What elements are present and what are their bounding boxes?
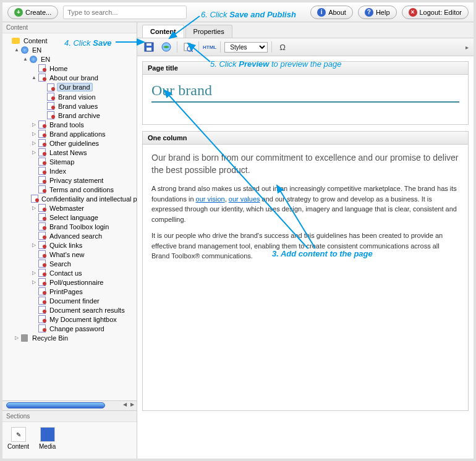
tree-node[interactable]: Document search results [2, 305, 137, 315]
tree-node[interactable]: ▲About our brand [2, 73, 137, 82]
sections-header: Sections [2, 411, 137, 422]
tree-toggle-icon[interactable]: ▷ [14, 335, 20, 340]
help-button[interactable]: ?Help [358, 6, 397, 19]
scrollbar-thumb[interactable] [6, 402, 105, 408]
horizontal-scrollbar[interactable]: ◀ ▶ [2, 400, 137, 410]
tree-node[interactable]: ▷Poll/questionnaire [2, 277, 137, 287]
tree-node[interactable]: What's new [2, 250, 137, 259]
tree-label: EN [40, 56, 51, 63]
tree-label: Brand values [57, 103, 99, 110]
content-section-icon: ✎ [11, 427, 26, 442]
plus-icon: + [14, 8, 23, 17]
html-button[interactable]: HTML [203, 41, 216, 53]
tree-node[interactable]: Index [2, 166, 137, 176]
tree-node[interactable]: Search [2, 259, 137, 268]
tree-node[interactable]: Advanced search [2, 231, 137, 240]
tree-node[interactable]: Home [2, 64, 137, 73]
tree-node[interactable]: ▷Brand applications [2, 129, 137, 138]
search-input[interactable] [63, 6, 187, 19]
page-icon [46, 83, 55, 91]
section-media[interactable]: Media [39, 427, 56, 450]
section-content[interactable]: ✎ Content [7, 427, 29, 450]
content-tree[interactable]: Content▲EN▲ENHome▲About our brandOur bra… [2, 33, 137, 400]
tree-label: Webmaster [48, 205, 85, 212]
tree-node[interactable]: My Document lightbox [2, 315, 137, 324]
top-toolbar: +Create... iAbout ?Help ×Logout: Editor [2, 2, 474, 22]
tree-node[interactable]: ▷Recycle Bin [2, 333, 137, 342]
tree-label: Privacy statement [48, 177, 104, 184]
tree-toggle-icon[interactable]: ▷ [31, 131, 37, 137]
tree-toggle-icon[interactable]: ▷ [31, 122, 37, 127]
tree-node[interactable]: Document finder [2, 296, 137, 305]
page-icon [37, 139, 46, 147]
tree-node[interactable]: Brand vision [2, 92, 137, 101]
tree-label: Sitemap [48, 158, 75, 166]
tree-node[interactable]: PrintPages [2, 287, 137, 296]
tree-node[interactable]: ▷Other guidelines [2, 138, 137, 148]
recycle-icon [20, 334, 29, 342]
page-title-editor[interactable]: Our brand [143, 75, 468, 124]
tree-toggle-icon[interactable]: ▷ [31, 140, 37, 146]
intro-paragraph: Our brand is born from our commitment to… [151, 152, 459, 176]
tree-node[interactable]: Content [2, 36, 137, 45]
preview-button[interactable] [181, 41, 195, 53]
special-char-button[interactable]: Ω [276, 41, 289, 53]
tree-label: Contact us [48, 269, 83, 277]
tree-node[interactable]: Change password [2, 324, 137, 333]
tree-node[interactable]: Our brand [2, 82, 137, 92]
tree-label: EN [31, 46, 43, 54]
tree-toggle-icon[interactable]: ▷ [31, 279, 37, 285]
tab-properties[interactable]: Properties [185, 25, 232, 38]
tree-node[interactable]: ▷Webmaster [2, 203, 137, 213]
editor-tabs: Content Properties [137, 22, 474, 38]
tree-toggle-icon[interactable]: ▷ [31, 270, 37, 276]
tree-toggle-icon[interactable]: ▷ [31, 205, 37, 211]
toolbar-more-icon[interactable]: ▸ [465, 44, 469, 51]
tab-content[interactable]: Content [142, 25, 184, 38]
tree-node[interactable]: Terms and conditions [2, 185, 137, 194]
tree-node[interactable]: Select language [2, 213, 137, 222]
page-icon [37, 158, 46, 166]
tree-node[interactable]: Confidentiality and intellectual p [2, 194, 137, 203]
page-icon [31, 195, 38, 203]
link-our-vision[interactable]: our vision [196, 195, 225, 203]
content-area: Page title Our brand One column Our bran… [137, 56, 474, 459]
tree-toggle-icon[interactable]: ▷ [31, 242, 37, 248]
page-icon [37, 148, 46, 156]
tree-node[interactable]: Brand archive [2, 111, 137, 120]
tree-node[interactable]: Sitemap [2, 157, 137, 166]
tree-label: Terms and conditions [48, 186, 115, 193]
tree-node[interactable]: Brand Toolbox login [2, 222, 137, 231]
tree-node[interactable]: Privacy statement [2, 176, 137, 185]
page-icon [37, 297, 46, 305]
save-publish-button[interactable] [159, 41, 173, 53]
about-button[interactable]: iAbout [310, 6, 353, 19]
logout-icon: × [409, 8, 417, 17]
save-button[interactable] [142, 41, 156, 53]
create-button[interactable]: +Create... [7, 6, 58, 19]
tree-node[interactable]: Brand values [2, 101, 137, 111]
link-our-values[interactable]: our values [229, 195, 260, 203]
tree-node[interactable]: ▷Quick links [2, 240, 137, 250]
scroll-right-icon[interactable]: ▶ [129, 402, 135, 409]
tree-toggle-icon[interactable]: ▲ [14, 47, 20, 53]
tree-toggle-icon[interactable]: ▷ [31, 150, 37, 155]
tree-node[interactable]: ▷Brand tools [2, 120, 137, 129]
tree-node[interactable]: ▷Contact us [2, 268, 137, 277]
scroll-left-icon[interactable]: ◀ [122, 402, 128, 409]
one-column-editor[interactable]: Our brand is born from our commitment to… [143, 145, 468, 410]
tree-label: Latest News [48, 149, 88, 156]
tree-label: Home [48, 65, 69, 72]
tree-node[interactable]: ▷Latest News [2, 148, 137, 157]
styles-dropdown[interactable]: Styles [224, 42, 268, 53]
logout-button[interactable]: ×Logout: Editor [402, 6, 469, 19]
tree-toggle-icon[interactable]: ▲ [31, 75, 37, 80]
tree-node[interactable]: ▲EN [2, 54, 137, 64]
page-icon [37, 315, 46, 323]
tree-node[interactable]: ▲EN [2, 45, 137, 54]
tree-label: Brand Toolbox login [48, 223, 110, 230]
page-icon [37, 269, 46, 277]
tree-toggle-icon[interactable]: ▲ [22, 56, 28, 62]
one-column-block: One column Our brand is born from our co… [142, 131, 469, 411]
tree-label: Confidentiality and intellectual p [40, 195, 137, 203]
